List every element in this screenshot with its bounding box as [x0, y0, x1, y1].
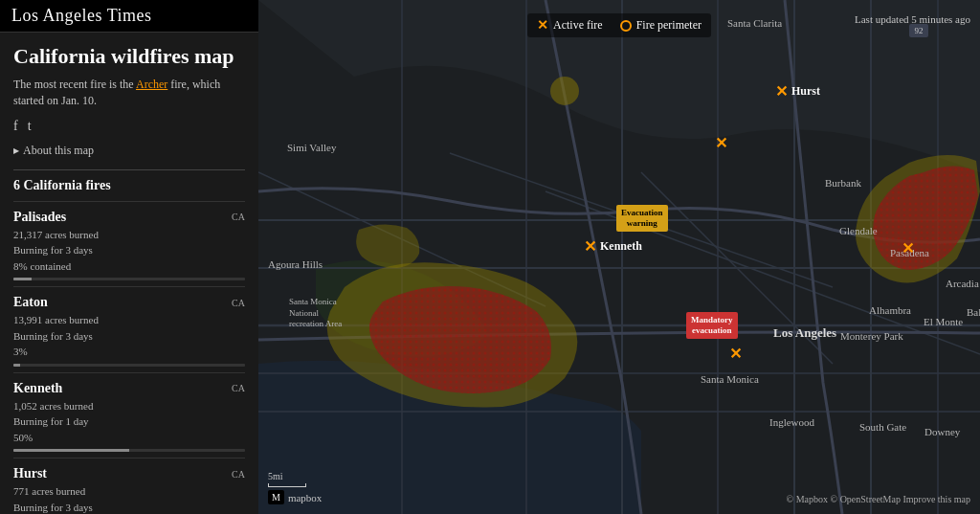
archer-link[interactable]: Archer — [136, 78, 167, 91]
mapbox-label: mapbox — [288, 492, 322, 503]
svg-text:92: 92 — [915, 26, 924, 35]
fire-item-hurst[interactable]: Hurst CA 771 acres burnedBurning for 3 d… — [13, 458, 245, 514]
fire-name: Hurst — [13, 466, 47, 481]
fire-progress-bar — [13, 278, 245, 280]
eaton-x-icon: ✕ — [729, 345, 742, 363]
legend-fire-perimeter: Fire perimeter — [620, 18, 702, 33]
fire-progress-fill — [13, 449, 129, 452]
evac-mandatory-palisades: Mandatoryevacuation — [686, 312, 738, 339]
fire-state: CA — [232, 469, 245, 480]
fires-count: 6 California fires — [13, 169, 245, 193]
evac-warning-kenneth: Evacuationwarning — [616, 205, 668, 232]
fire-state: CA — [232, 383, 245, 393]
legend-perimeter-label: Fire perimeter — [636, 18, 702, 33]
logo: Los Angeles Times — [11, 6, 247, 26]
mapbox-logo: M mapbox — [268, 490, 322, 504]
sidebar-content: California wildfires map The most recent… — [0, 33, 258, 514]
fire-state: CA — [232, 212, 245, 222]
subtitle: The most recent fire is the Archer fire,… — [13, 77, 245, 109]
sidebar: Los Angeles Times California wildfires m… — [0, 0, 258, 514]
fire-marker-eaton-x: ✕ — [729, 345, 742, 363]
scale-bar: 5mi — [268, 471, 306, 487]
fire-progress-bar — [13, 449, 245, 452]
fire-progress-fill — [13, 364, 20, 367]
kenneth-label: Kenneth — [600, 239, 642, 254]
fire-header: Hurst CA — [13, 466, 245, 481]
copyright: © Mapbox © OpenStreetMap Improve this ma… — [787, 494, 970, 504]
subtitle-before: The most recent fire is the — [13, 78, 136, 91]
social-icons: f t — [13, 119, 245, 134]
fire-marker-hurst: ✕ Hurst — [775, 82, 820, 101]
svg-point-17 — [550, 77, 579, 105]
facebook-icon[interactable]: f — [13, 119, 18, 134]
header: Los Angeles Times — [0, 0, 258, 33]
fire-details: 771 acres burnedBurning for 3 days37% — [13, 483, 245, 514]
copyright-text: © Mapbox © OpenStreetMap Improve this ma… — [787, 494, 970, 504]
map-container[interactable]: 92 Santa Clarita Simi Valley Burbank Gle… — [258, 0, 980, 514]
kenneth-x-icon: ✕ — [584, 237, 596, 256]
legend-x-icon: ✕ — [537, 17, 548, 34]
fire-name: Kenneth — [13, 381, 62, 396]
legend-circle-icon — [620, 20, 632, 32]
fire-item-eaton[interactable]: Eaton CA 13,991 acres burnedBurning for … — [13, 286, 245, 372]
hurst-x-icon: ✕ — [775, 82, 788, 101]
fire-marker-palisades-x: ✕ — [715, 134, 727, 152]
twitter-icon[interactable]: t — [28, 119, 32, 134]
about-link[interactable]: About this map — [13, 144, 245, 158]
fire-state: CA — [232, 298, 245, 308]
right-x-icon: ✕ — [902, 239, 914, 257]
fire-details: 1,052 acres burnedBurning for 1 day50% — [13, 398, 245, 446]
map-title: California wildfires map — [13, 44, 245, 69]
legend-active-fire: ✕ Active fire — [537, 17, 603, 34]
mapbox-icon: M — [268, 490, 284, 504]
fire-progress-fill — [13, 278, 32, 280]
fires-list: Palisades CA 21,317 acres burnedBurning … — [13, 201, 245, 514]
fire-item-kenneth[interactable]: Kenneth CA 1,052 acres burnedBurning for… — [13, 372, 245, 458]
palisades-x-icon: ✕ — [715, 134, 727, 152]
map-svg: 92 — [258, 0, 980, 514]
fire-details: 13,991 acres burnedBurning for 3 days3% — [13, 312, 245, 360]
scale-line — [268, 483, 306, 487]
scale-label: 5mi — [268, 471, 283, 481]
hurst-label: Hurst — [791, 84, 820, 99]
fire-name: Eaton — [13, 295, 48, 310]
fire-progress-bar — [13, 364, 245, 367]
fire-marker-kenneth: ✕ Kenneth — [584, 237, 642, 256]
fire-item-palisades[interactable]: Palisades CA 21,317 acres burnedBurning … — [13, 201, 245, 287]
legend: ✕ Active fire Fire perimeter — [527, 13, 711, 37]
fire-name: Palisades — [13, 210, 66, 225]
fire-header: Kenneth CA — [13, 381, 245, 396]
fire-marker-right-x: ✕ — [902, 239, 914, 257]
app: Los Angeles Times California wildfires m… — [0, 0, 980, 514]
fire-header: Eaton CA — [13, 295, 245, 310]
last-updated: Last updated 5 minutes ago — [855, 13, 970, 25]
legend-active-label: Active fire — [553, 18, 603, 33]
fire-header: Palisades CA — [13, 210, 245, 225]
fire-details: 21,317 acres burnedBurning for 3 days8% … — [13, 227, 245, 275]
